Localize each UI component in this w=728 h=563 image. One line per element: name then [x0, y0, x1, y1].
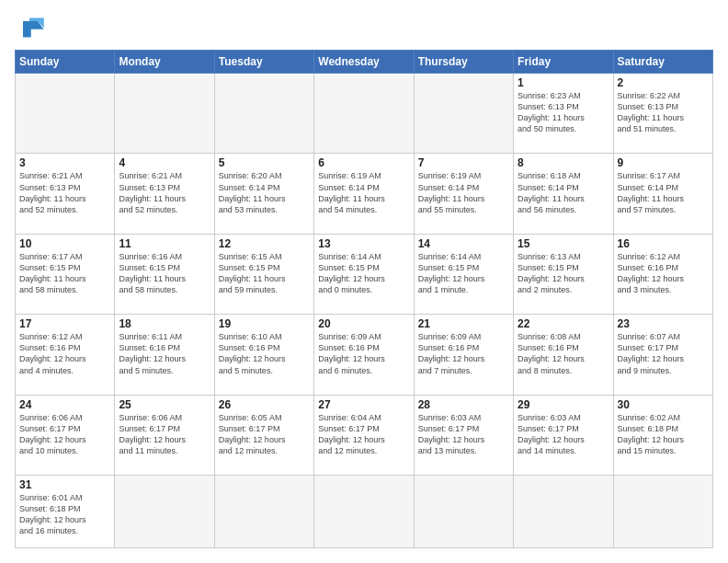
- day-info: Sunrise: 6:02 AM Sunset: 6:18 PM Dayligh…: [618, 412, 709, 457]
- day-number: 19: [219, 317, 310, 330]
- day-number: 9: [618, 156, 709, 169]
- calendar-cell: 19Sunrise: 6:10 AM Sunset: 6:16 PM Dayli…: [214, 315, 313, 395]
- page: SundayMondayTuesdayWednesdayThursdayFrid…: [0, 0, 728, 563]
- day-number: 18: [119, 317, 210, 330]
- weekday-header-thursday: Thursday: [414, 51, 513, 74]
- day-number: 5: [219, 156, 310, 169]
- day-info: Sunrise: 6:14 AM Sunset: 6:15 PM Dayligh…: [318, 251, 409, 296]
- calendar-week-row: 24Sunrise: 6:06 AM Sunset: 6:17 PM Dayli…: [16, 395, 713, 475]
- calendar-cell: 14Sunrise: 6:14 AM Sunset: 6:15 PM Dayli…: [414, 234, 513, 314]
- day-info: Sunrise: 6:06 AM Sunset: 6:17 PM Dayligh…: [119, 412, 210, 457]
- day-info: Sunrise: 6:04 AM Sunset: 6:17 PM Dayligh…: [318, 412, 409, 457]
- day-number: 23: [618, 317, 709, 330]
- day-number: 12: [219, 237, 310, 250]
- day-info: Sunrise: 6:18 AM Sunset: 6:14 PM Dayligh…: [518, 170, 609, 215]
- calendar-cell: 6Sunrise: 6:19 AM Sunset: 6:14 PM Daylig…: [314, 154, 414, 234]
- weekday-header-tuesday: Tuesday: [214, 51, 313, 74]
- day-number: 7: [418, 156, 509, 169]
- calendar-cell: 4Sunrise: 6:21 AM Sunset: 6:13 PM Daylig…: [115, 154, 214, 234]
- day-number: 26: [219, 398, 310, 411]
- day-number: 28: [418, 398, 509, 411]
- day-number: 20: [318, 317, 409, 330]
- calendar-cell: 29Sunrise: 6:03 AM Sunset: 6:17 PM Dayli…: [514, 395, 613, 475]
- calendar-cell: 26Sunrise: 6:05 AM Sunset: 6:17 PM Dayli…: [214, 395, 313, 475]
- day-number: 25: [119, 398, 210, 411]
- day-info: Sunrise: 6:15 AM Sunset: 6:15 PM Dayligh…: [219, 251, 310, 296]
- calendar-cell: 3Sunrise: 6:21 AM Sunset: 6:13 PM Daylig…: [16, 154, 115, 234]
- day-info: Sunrise: 6:21 AM Sunset: 6:13 PM Dayligh…: [19, 170, 110, 215]
- calendar-cell: 2Sunrise: 6:22 AM Sunset: 6:13 PM Daylig…: [613, 74, 712, 154]
- weekday-header-friday: Friday: [514, 51, 613, 74]
- weekday-header-row: SundayMondayTuesdayWednesdayThursdayFrid…: [16, 51, 713, 74]
- day-number: 22: [518, 317, 609, 330]
- day-info: Sunrise: 6:16 AM Sunset: 6:15 PM Dayligh…: [119, 251, 210, 296]
- calendar-week-row: 3Sunrise: 6:21 AM Sunset: 6:13 PM Daylig…: [16, 154, 713, 234]
- calendar-cell: 22Sunrise: 6:08 AM Sunset: 6:16 PM Dayli…: [514, 315, 613, 395]
- calendar-cell: 5Sunrise: 6:20 AM Sunset: 6:14 PM Daylig…: [214, 154, 313, 234]
- day-number: 27: [318, 398, 409, 411]
- weekday-header-saturday: Saturday: [613, 51, 712, 74]
- calendar-cell: 21Sunrise: 6:09 AM Sunset: 6:16 PM Dayli…: [414, 315, 513, 395]
- day-info: Sunrise: 6:09 AM Sunset: 6:16 PM Dayligh…: [418, 331, 509, 376]
- day-info: Sunrise: 6:17 AM Sunset: 6:14 PM Dayligh…: [618, 170, 709, 215]
- day-number: 10: [19, 237, 110, 250]
- day-info: Sunrise: 6:07 AM Sunset: 6:17 PM Dayligh…: [618, 331, 709, 376]
- calendar-cell: [16, 74, 115, 154]
- calendar-week-row: 10Sunrise: 6:17 AM Sunset: 6:15 PM Dayli…: [16, 234, 713, 314]
- calendar-cell: 15Sunrise: 6:13 AM Sunset: 6:15 PM Dayli…: [514, 234, 613, 314]
- day-number: 31: [19, 478, 110, 491]
- calendar-cell: [613, 475, 712, 547]
- calendar-cell: [115, 475, 214, 547]
- day-info: Sunrise: 6:19 AM Sunset: 6:14 PM Dayligh…: [318, 170, 409, 215]
- calendar-cell: 8Sunrise: 6:18 AM Sunset: 6:14 PM Daylig…: [514, 154, 613, 234]
- day-number: 6: [318, 156, 409, 169]
- calendar-cell: 1Sunrise: 6:23 AM Sunset: 6:13 PM Daylig…: [514, 74, 613, 154]
- calendar-cell: 10Sunrise: 6:17 AM Sunset: 6:15 PM Dayli…: [16, 234, 115, 314]
- day-info: Sunrise: 6:23 AM Sunset: 6:13 PM Dayligh…: [518, 90, 609, 135]
- calendar-cell: [115, 74, 214, 154]
- calendar-cell: 16Sunrise: 6:12 AM Sunset: 6:16 PM Dayli…: [613, 234, 712, 314]
- day-info: Sunrise: 6:11 AM Sunset: 6:16 PM Dayligh…: [119, 331, 210, 376]
- calendar-table: SundayMondayTuesdayWednesdayThursdayFrid…: [15, 50, 713, 548]
- calendar-cell: 11Sunrise: 6:16 AM Sunset: 6:15 PM Dayli…: [115, 234, 214, 314]
- day-number: 8: [518, 156, 609, 169]
- calendar-cell: 12Sunrise: 6:15 AM Sunset: 6:15 PM Dayli…: [214, 234, 313, 314]
- day-number: 3: [19, 156, 110, 169]
- day-number: 1: [518, 76, 609, 89]
- day-info: Sunrise: 6:22 AM Sunset: 6:13 PM Dayligh…: [618, 90, 709, 135]
- day-info: Sunrise: 6:05 AM Sunset: 6:17 PM Dayligh…: [219, 412, 310, 457]
- calendar-cell: 27Sunrise: 6:04 AM Sunset: 6:17 PM Dayli…: [314, 395, 414, 475]
- day-number: 21: [418, 317, 509, 330]
- calendar-cell: 17Sunrise: 6:12 AM Sunset: 6:16 PM Dayli…: [16, 315, 115, 395]
- calendar-cell: 23Sunrise: 6:07 AM Sunset: 6:17 PM Dayli…: [613, 315, 712, 395]
- day-number: 24: [19, 398, 110, 411]
- day-info: Sunrise: 6:21 AM Sunset: 6:13 PM Dayligh…: [119, 170, 210, 215]
- day-info: Sunrise: 6:06 AM Sunset: 6:17 PM Dayligh…: [19, 412, 110, 457]
- day-number: 17: [19, 317, 110, 330]
- day-number: 29: [518, 398, 609, 411]
- day-number: 4: [119, 156, 210, 169]
- calendar-cell: [514, 475, 613, 547]
- weekday-header-sunday: Sunday: [16, 51, 115, 74]
- day-number: 14: [418, 237, 509, 250]
- day-info: Sunrise: 6:01 AM Sunset: 6:18 PM Dayligh…: [19, 492, 110, 537]
- day-info: Sunrise: 6:19 AM Sunset: 6:14 PM Dayligh…: [418, 170, 509, 215]
- day-info: Sunrise: 6:10 AM Sunset: 6:16 PM Dayligh…: [219, 331, 310, 376]
- day-info: Sunrise: 6:12 AM Sunset: 6:16 PM Dayligh…: [19, 331, 110, 376]
- day-info: Sunrise: 6:12 AM Sunset: 6:16 PM Dayligh…: [618, 251, 709, 296]
- day-info: Sunrise: 6:13 AM Sunset: 6:15 PM Dayligh…: [518, 251, 609, 296]
- day-number: 15: [518, 237, 609, 250]
- day-number: 11: [119, 237, 210, 250]
- calendar-cell: [314, 475, 414, 547]
- calendar-cell: [414, 475, 513, 547]
- day-info: Sunrise: 6:03 AM Sunset: 6:17 PM Dayligh…: [418, 412, 509, 457]
- day-info: Sunrise: 6:03 AM Sunset: 6:17 PM Dayligh…: [518, 412, 609, 457]
- calendar-cell: 31Sunrise: 6:01 AM Sunset: 6:18 PM Dayli…: [16, 475, 115, 547]
- calendar-week-row: 1Sunrise: 6:23 AM Sunset: 6:13 PM Daylig…: [16, 74, 713, 154]
- calendar-cell: [314, 74, 414, 154]
- day-info: Sunrise: 6:08 AM Sunset: 6:16 PM Dayligh…: [518, 331, 609, 376]
- calendar-cell: [414, 74, 513, 154]
- day-number: 2: [618, 76, 709, 89]
- calendar-cell: 28Sunrise: 6:03 AM Sunset: 6:17 PM Dayli…: [414, 395, 513, 475]
- calendar-cell: 30Sunrise: 6:02 AM Sunset: 6:18 PM Dayli…: [613, 395, 712, 475]
